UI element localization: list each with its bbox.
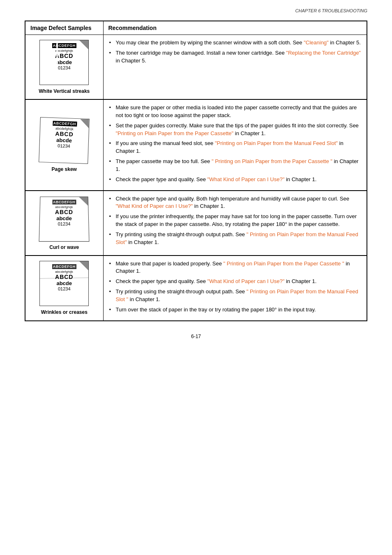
sample-image-wrinkles: ABCDEFGH abcdefghijk ABCD abcde 01234 bbox=[39, 261, 89, 306]
defect-label-skew: Page skew bbox=[29, 166, 100, 172]
col1-header: Image Defect Samples bbox=[25, 21, 103, 35]
link: "What Kind of Paper can I Use?" bbox=[208, 278, 285, 284]
list-item: If you are using the manual feed slot, s… bbox=[109, 140, 361, 155]
list-item: Make sure that paper is loaded properly.… bbox=[109, 260, 361, 276]
link: "Printing on Plain Paper from the Manual… bbox=[215, 140, 338, 146]
list-item: Try printing using the straight-through … bbox=[109, 288, 361, 304]
link: "Cleaning" bbox=[304, 39, 329, 46]
link: "Printing on Plain Paper from the Paper … bbox=[116, 130, 234, 136]
sample-image-streaks: ABCDEFGH abcdefghijk ABCD abcde 01234 bbox=[39, 40, 89, 85]
image-cell-streaks: ABCDEFGH abcdefghijk ABCD abcde 01234 Wh… bbox=[25, 35, 103, 100]
image-cell-curl: ABCDEFGH abcdefghijk ABCD abcde 01234 Cu… bbox=[25, 191, 103, 256]
col2-header: Recommendation bbox=[103, 21, 367, 35]
sample-image-skew: ABCDEFGH abcdefghijk ABCD abcde 01234 bbox=[39, 117, 90, 164]
link: " Printing on Plain Paper from the Paper… bbox=[224, 260, 344, 267]
link: " Printing on Plain Paper from the Manua… bbox=[116, 288, 358, 302]
list-item: The toner cartridge may be damaged. Inst… bbox=[109, 49, 361, 65]
defect-label-wrinkles: Wrinkles or creases bbox=[29, 309, 100, 315]
list-item: If you use the printer infrequently, the… bbox=[109, 213, 361, 228]
link: "What Kind of Paper can I Use?" bbox=[116, 203, 193, 209]
defect-label-streaks: White Vertical streaks bbox=[29, 88, 100, 94]
list-item: Check the paper type and quality. See "W… bbox=[109, 278, 361, 286]
link: " Printing on Plain Paper from the Paper… bbox=[212, 158, 332, 164]
link: "What Kind of Paper can I Use?" bbox=[208, 176, 285, 182]
table-row: ABCDEFGH abcdefghijk ABCD abcde 01234 Cu… bbox=[25, 191, 367, 256]
list-item: The paper cassette may be too full. See … bbox=[109, 158, 361, 173]
list-item: Turn over the stack of paper in the tray… bbox=[109, 306, 361, 314]
page-footer: 6-17 bbox=[25, 334, 367, 339]
recommendation-cell-curl: Check the paper type and quality. Both h… bbox=[103, 191, 367, 256]
recommendation-cell-streaks: You may clear the problem by wiping the … bbox=[103, 35, 367, 100]
list-item: Check the paper type and quality. Both h… bbox=[109, 195, 361, 211]
table-row: ABCDEFGH abcdefghijk ABCD abcde 01234 Pa… bbox=[25, 99, 367, 191]
list-item: Make sure the paper or other media is lo… bbox=[109, 104, 361, 120]
list-item: You may clear the problem by wiping the … bbox=[109, 39, 361, 47]
list-item: Set the paper guides correctly. Make sur… bbox=[109, 122, 361, 138]
link: "Replacing the Toner Cartridge" bbox=[286, 50, 361, 56]
table-row: ABCDEFGH abcdefghijk ABCD abcde 01234 Wh… bbox=[25, 35, 367, 100]
defect-table: Image Defect Samples Recommendation ABCD… bbox=[25, 21, 367, 321]
link: " Printing on Plain Paper from the Manua… bbox=[116, 231, 358, 245]
list-item: Try printing using the straight-through … bbox=[109, 231, 361, 246]
sample-image-curl: ABCDEFGH abcdefghijk ABCD abcde 01234 bbox=[39, 196, 90, 242]
recommendation-cell-skew: Make sure the paper or other media is lo… bbox=[103, 99, 367, 191]
image-cell-wrinkles: ABCDEFGH abcdefghijk ABCD abcde 01234 Wr… bbox=[25, 256, 103, 321]
defect-label-curl: Curl or wave bbox=[29, 244, 100, 250]
chapter-header: CHAPTER 6 TROUBLESHOOTING bbox=[25, 8, 367, 13]
table-row: ABCDEFGH abcdefghijk ABCD abcde 01234 Wr… bbox=[25, 256, 367, 321]
list-item: Check the paper type and quality. See "W… bbox=[109, 176, 361, 184]
image-cell-skew: ABCDEFGH abcdefghijk ABCD abcde 01234 Pa… bbox=[25, 99, 103, 191]
recommendation-cell-wrinkles: Make sure that paper is loaded properly.… bbox=[103, 256, 367, 321]
